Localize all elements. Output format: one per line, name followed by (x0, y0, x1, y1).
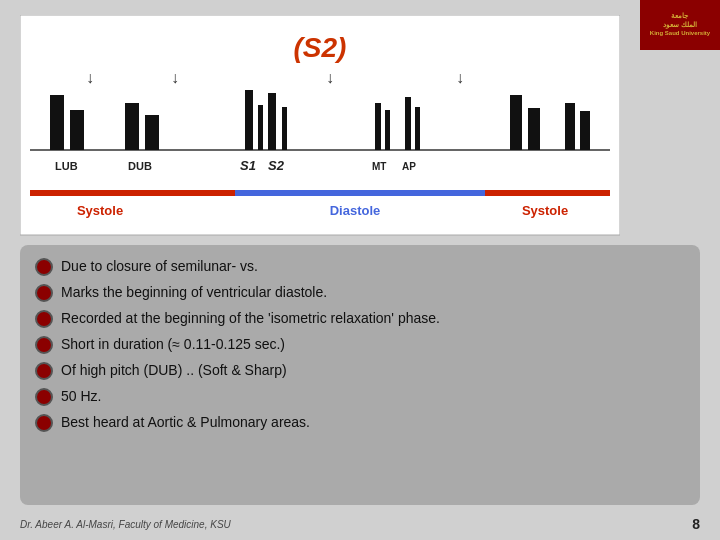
bullet-4: Short in duration (≈ 0.11-0.125 sec.) (35, 335, 685, 354)
bullet-7: Best heard at Aortic & Pulmonary areas. (35, 413, 685, 432)
svg-rect-21 (565, 103, 575, 150)
bullet-6: 50 Hz. (35, 387, 685, 406)
svg-rect-7 (50, 95, 64, 150)
bullet-text-5: Of high pitch (DUB) .. (Soft & Sharp) (61, 361, 287, 379)
bullet-3: Recorded at the beginning of the 'isomet… (35, 309, 685, 328)
svg-rect-13 (268, 93, 276, 150)
bullet-5: Of high pitch (DUB) .. (Soft & Sharp) (35, 361, 685, 380)
svg-rect-19 (510, 95, 522, 150)
svg-rect-15 (375, 103, 381, 150)
bullet-text-7: Best heard at Aortic & Pulmonary areas. (61, 413, 310, 431)
bullet-icon-5 (35, 362, 53, 380)
bullet-2: Marks the beginning of ventricular diast… (35, 283, 685, 302)
svg-rect-18 (415, 107, 420, 150)
slide: جامعةالملك سعودKing Saud University (S2)… (0, 0, 720, 540)
svg-rect-20 (528, 108, 540, 150)
bullet-icon-7 (35, 414, 53, 432)
svg-text:Diastole: Diastole (330, 203, 381, 218)
svg-text:↓: ↓ (86, 69, 94, 86)
svg-text:(S2): (S2) (294, 32, 347, 63)
svg-text:Systole: Systole (522, 203, 568, 218)
footer-page: 8 (692, 516, 700, 532)
svg-rect-12 (258, 105, 263, 150)
bullet-icon-4 (35, 336, 53, 354)
bullet-icon-6 (35, 388, 53, 406)
svg-text:AP: AP (402, 161, 416, 172)
svg-text:↓: ↓ (171, 69, 179, 86)
bullet-1: Due to closure of semilunar- vs. (35, 257, 685, 276)
bullet-text-6: 50 Hz. (61, 387, 101, 405)
bullet-text-4: Short in duration (≈ 0.11-0.125 sec.) (61, 335, 285, 353)
svg-rect-11 (245, 90, 253, 150)
bullet-icon-2 (35, 284, 53, 302)
svg-text:↓: ↓ (326, 69, 334, 86)
svg-rect-9 (125, 103, 139, 150)
bullet-text-1: Due to closure of semilunar- vs. (61, 257, 258, 275)
footer-credit: Dr. Abeer A. Al-Masri, Faculty of Medici… (20, 519, 231, 530)
svg-rect-16 (385, 110, 390, 150)
svg-rect-8 (70, 110, 84, 150)
heart-sound-diagram: (S2) ↓ ↓ ↓ ↓ LUB DUB S1 S2 (20, 15, 620, 245)
svg-text:S1: S1 (240, 158, 256, 173)
footer: Dr. Abeer A. Al-Masri, Faculty of Medici… (20, 516, 700, 532)
bullet-icon-3 (35, 310, 53, 328)
svg-rect-17 (405, 97, 411, 150)
svg-text:↓: ↓ (456, 69, 464, 86)
content-panel: Due to closure of semilunar- vs. Marks t… (20, 245, 700, 505)
svg-text:S2: S2 (268, 158, 285, 173)
svg-rect-22 (580, 111, 590, 150)
svg-rect-14 (282, 107, 287, 150)
svg-text:DUB: DUB (128, 160, 152, 172)
svg-rect-10 (145, 115, 159, 150)
bullet-icon-1 (35, 258, 53, 276)
svg-text:Systole: Systole (77, 203, 123, 218)
svg-text:LUB: LUB (55, 160, 78, 172)
logo-text: جامعةالملك سعودKing Saud University (650, 12, 710, 37)
bullet-text-3: Recorded at the beginning of the 'isomet… (61, 309, 440, 327)
bullet-text-2: Marks the beginning of ventricular diast… (61, 283, 327, 301)
svg-text:MT: MT (372, 161, 386, 172)
logo-bar: جامعةالملك سعودKing Saud University (640, 0, 720, 50)
